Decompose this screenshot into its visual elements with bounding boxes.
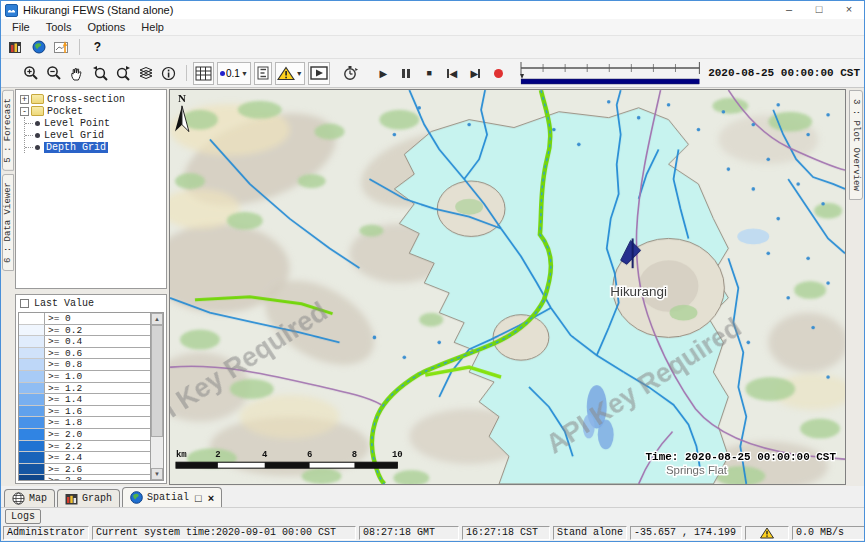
tree-connector	[25, 135, 33, 136]
menu-help[interactable]: Help	[133, 19, 172, 35]
tree-item-label[interactable]: Level Grid	[44, 130, 104, 141]
status-system-time: Current system time:2020-09-01 00:00 CST	[92, 526, 356, 540]
skip-to-start-button[interactable]: ◀	[441, 63, 464, 84]
legend-swatch	[19, 383, 45, 395]
tree-item-label[interactable]: Cross-section	[47, 94, 125, 105]
zoom-next-icon[interactable]	[111, 63, 134, 84]
legend-row[interactable]: >= 2.4	[19, 452, 150, 464]
legend-swatch	[19, 441, 45, 453]
animation-panel-button[interactable]	[308, 62, 330, 85]
zoom-out-icon[interactable]	[42, 63, 65, 84]
legend-swatch	[19, 336, 45, 348]
threshold-warning-dropdown[interactable]: ▼	[275, 62, 305, 85]
globe-explorer-icon[interactable]	[27, 37, 50, 58]
skip-to-end-button[interactable]: ▶	[464, 63, 487, 84]
last-value-checkbox[interactable]	[20, 299, 29, 308]
menu-tools[interactable]: Tools	[38, 19, 80, 35]
legend-row[interactable]: >= 1.2	[19, 383, 150, 395]
pause-button[interactable]	[395, 63, 418, 84]
scroll-up-icon[interactable]: ▲	[151, 313, 163, 325]
status-download-speed: 0.0 MB/s	[792, 526, 865, 540]
tree-item-depth-grid[interactable]: Depth Grid	[25, 141, 166, 153]
legend-label: >= 1.0	[45, 371, 150, 383]
tab-forecast[interactable]: 5 : Forecast	[2, 90, 14, 171]
info-icon[interactable]	[157, 63, 180, 84]
legend-row[interactable]: >= 1.0	[19, 371, 150, 383]
logs-button[interactable]: Logs	[5, 509, 41, 524]
logs-row: Logs	[1, 507, 864, 524]
tree-item-label[interactable]: Level Point	[44, 118, 110, 129]
tab-spatial-label: Spatial	[147, 492, 189, 503]
scroll-track[interactable]	[151, 325, 163, 468]
map-viewport[interactable]: API Key Required API Key Required Hikura…	[169, 89, 846, 485]
legend-row[interactable]: >= 0	[19, 313, 150, 325]
tree-item-level-point[interactable]: Level Point	[25, 117, 166, 129]
zoom-previous-icon[interactable]	[88, 63, 111, 84]
tree-item-level-grid[interactable]: Level Grid	[25, 129, 166, 141]
tab-restore-icon[interactable]: □	[195, 492, 202, 504]
view-tab-bar: Map Graph Spatial □ ×	[1, 486, 864, 507]
close-button[interactable]: ×	[834, 1, 864, 19]
legend-row[interactable]: >= 0.6	[19, 348, 150, 360]
legend-row[interactable]: >= 2.2	[19, 441, 150, 453]
animation-timer-icon[interactable]	[339, 63, 362, 84]
tree-item-label[interactable]: Pocket	[47, 106, 83, 117]
status-warning-cell[interactable]	[745, 526, 789, 540]
pan-hand-icon[interactable]	[65, 63, 88, 84]
legend-row[interactable]: >= 0.2	[19, 325, 150, 337]
contour-interval-dropdown[interactable]: 0.1 ▼	[217, 62, 251, 85]
menu-options[interactable]: Options	[79, 19, 133, 35]
tab-graph[interactable]: Graph	[57, 489, 120, 507]
time-slider[interactable]	[520, 60, 700, 86]
collapse-icon[interactable]: -	[20, 107, 29, 116]
legend-row[interactable]: >= 1.8	[19, 417, 150, 429]
legend-row[interactable]: >= 2.8	[19, 475, 150, 480]
maximize-button[interactable]: □	[804, 1, 834, 19]
database-stats-icon[interactable]	[4, 37, 27, 58]
scroll-down-icon[interactable]: ▼	[151, 468, 163, 480]
zoom-in-icon[interactable]	[19, 63, 42, 84]
legend-row[interactable]: >= 1.4	[19, 394, 150, 406]
chart-display-icon[interactable]	[50, 37, 73, 58]
chevron-down-icon: ▼	[296, 70, 303, 77]
menu-file[interactable]: File	[4, 19, 38, 35]
current-datetime: 2020-08-25 00:00:00 CST	[708, 67, 860, 79]
layer-tree: + Cross-section - Pocket Level Point	[15, 89, 167, 289]
tree-children: Level Point Level Grid Depth Grid	[24, 117, 166, 153]
legend-swatch	[19, 475, 45, 480]
play-button[interactable]: ▶	[372, 63, 395, 84]
minimize-button[interactable]: –	[774, 1, 804, 19]
legend-row[interactable]: >= 0.8	[19, 359, 150, 371]
record-button[interactable]	[487, 63, 510, 84]
legend-row[interactable]: >= 1.6	[19, 406, 150, 418]
town-label: Hikurangi	[610, 284, 667, 299]
tab-plot-overview[interactable]: 3 : Plot Overview	[849, 90, 863, 200]
legend-label: >= 1.6	[45, 406, 150, 418]
legend-label: >= 2.0	[45, 429, 150, 441]
app-icon	[5, 4, 18, 17]
legend-swatch	[19, 429, 45, 441]
tree-item-pocket[interactable]: - Pocket	[20, 105, 166, 117]
legend-row[interactable]: >= 0.4	[19, 336, 150, 348]
tab-spatial[interactable]: Spatial □ ×	[122, 487, 222, 507]
legend-scrollbar[interactable]: ▲ ▼	[150, 313, 163, 480]
label-toggle-button[interactable]	[254, 62, 272, 85]
contour-dot-icon	[220, 71, 225, 76]
tree-item-label-selected[interactable]: Depth Grid	[44, 142, 108, 153]
legend-row[interactable]: >= 2.6	[19, 464, 150, 476]
grid-display-button[interactable]	[193, 62, 214, 85]
expand-icon[interactable]: +	[20, 95, 29, 104]
tab-map[interactable]: Map	[4, 489, 55, 507]
legend-label: >= 0.4	[45, 336, 150, 348]
map-canvas[interactable]: API Key Required API Key Required Hikura…	[170, 90, 845, 484]
bar-chart-icon	[65, 493, 78, 505]
tab-data-viewer[interactable]: 6 : Data Viewer	[2, 174, 14, 271]
status-bar: Administrator Current system time:2020-0…	[1, 524, 864, 541]
tree-item-cross-section[interactable]: + Cross-section	[20, 93, 166, 105]
tab-close-icon[interactable]: ×	[208, 492, 214, 504]
layers-icon[interactable]	[134, 63, 157, 84]
help-icon[interactable]: ?	[86, 37, 109, 58]
legend-row[interactable]: >= 2.0	[19, 429, 150, 441]
scroll-thumb[interactable]	[151, 325, 163, 437]
stop-button[interactable]: ■	[418, 63, 441, 84]
